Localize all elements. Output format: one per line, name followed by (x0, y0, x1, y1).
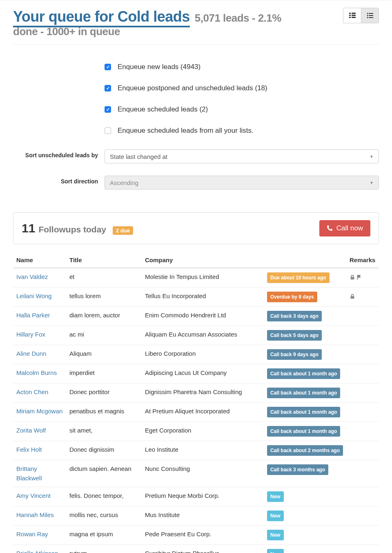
sort-direction-value: Ascending (110, 179, 138, 186)
lead-company: Nunc Consulting (142, 460, 264, 487)
lead-company: Adipiscing Lacus Ut Company (142, 364, 264, 384)
lead-name-link[interactable]: Brittany Blackwell (16, 465, 42, 482)
due-badge: 2 due (113, 226, 133, 235)
phone-icon (327, 225, 333, 232)
lead-name-link[interactable]: Rowan Ray (16, 531, 48, 537)
lead-company: Libero Corporation (142, 345, 264, 364)
lead-title: rutrum (66, 545, 142, 553)
svg-rect-4 (349, 17, 351, 18)
lead-name-link[interactable]: Malcolm Burns (16, 369, 57, 376)
checkbox-label: Enqueue postponed and unscheduled leads … (118, 84, 267, 92)
lead-name-link[interactable]: Zorita Wolf (16, 427, 46, 434)
lead-name-link[interactable]: Amy Vincent (16, 492, 51, 499)
table-row: Ivan ValdezetMolestie In Tempus LimitedD… (13, 268, 379, 288)
lead-title: mollis nec, cursus (66, 506, 142, 526)
sort-direction-label: Sort direction (13, 176, 105, 185)
view-grid-button[interactable] (343, 8, 361, 23)
lead-name-link[interactable]: Miriam Mcgowan (16, 408, 62, 415)
column-header (264, 252, 346, 268)
followups-count: 11 (22, 221, 35, 235)
column-header: Remarks (346, 252, 379, 268)
sort-direction-select[interactable]: Ascending ▼ (105, 176, 379, 190)
lead-title: dictum sapien. Aenean (66, 460, 142, 487)
table-row: Acton ChenDonec porttitorDignissim Phare… (13, 384, 379, 403)
status-badge: Call back about 2 months ago (267, 445, 343, 456)
status-badge: New (267, 549, 284, 553)
lead-company: At Pretium Aliquet Incorporated (142, 403, 264, 422)
lead-name-link[interactable]: Leilani Wong (16, 292, 51, 299)
lead-company: Pretium Neque Morbi Corp. (142, 487, 264, 506)
lead-name-link[interactable]: Brielle Atkinson (16, 550, 58, 553)
lead-company: Curabitur Dictum Phasellus (142, 545, 264, 553)
lead-name-link[interactable]: Halla Parker (16, 312, 50, 319)
checkbox-label: Enqueue scheduled leads (2) (118, 105, 208, 114)
status-badge: Call back about 1 month ago (267, 368, 340, 379)
status-badge: New (267, 511, 284, 521)
call-now-label: Call now (336, 224, 363, 232)
checkbox[interactable] (105, 85, 111, 91)
lead-title: Aliquam (66, 345, 142, 364)
followups-text: Followups today (38, 225, 106, 234)
lead-company: Molestie In Tempus Limited (142, 268, 264, 288)
checkbox-row: Enqueue scheduled leads from all your li… (105, 127, 379, 144)
svg-rect-5 (352, 17, 356, 18)
lead-name-link[interactable]: Hannah Miles (16, 511, 54, 518)
checkbox[interactable] (105, 127, 111, 134)
status-badge: New (267, 491, 284, 502)
checkbox[interactable] (105, 106, 111, 113)
svg-point-10 (367, 17, 368, 18)
lead-remarks (346, 506, 379, 526)
list-icon (367, 12, 373, 19)
chevron-down-icon: ▼ (370, 181, 374, 185)
lead-title: magna et ipsum (66, 526, 142, 545)
svg-rect-1 (352, 13, 356, 14)
lead-name-link[interactable]: Felix Holt (16, 446, 42, 453)
lead-name-link[interactable]: Aline Dunn (16, 350, 46, 357)
lead-remarks (346, 288, 379, 307)
table-row: Zorita Wolfsit amet,Eget CorporationCall… (13, 422, 379, 441)
view-list-button[interactable] (361, 8, 379, 23)
lead-company: Eget Corporation (142, 422, 264, 441)
lead-name-link[interactable]: Ivan Valdez (16, 273, 48, 280)
table-row: Felix HoltDonec dignissimLeo InstituteCa… (13, 441, 379, 460)
grid-icon (349, 12, 356, 19)
lead-company: Dignissim Pharetra Nam Consulting (142, 384, 264, 403)
page-title: Your queue for Cold leads (13, 8, 190, 27)
status-badge: Call back 9 days ago (267, 349, 322, 360)
lead-name-link[interactable]: Hillary Fox (16, 331, 45, 338)
status-badge: Call back 3 days ago (267, 311, 322, 321)
lead-remarks (346, 326, 379, 345)
table-row: Hannah Milesmollis nec, cursusMus Instit… (13, 506, 379, 526)
status-badge: New (267, 530, 284, 540)
call-now-button[interactable]: Call now (319, 220, 370, 236)
checkbox-label: Enqueue new leads (4943) (118, 63, 200, 71)
table-row: Hillary Foxac miAliquam Eu Accumsan Asso… (13, 326, 379, 345)
svg-rect-7 (369, 13, 373, 14)
svg-point-6 (367, 13, 368, 14)
lead-remarks (346, 364, 379, 384)
lead-remarks (346, 526, 379, 545)
status-badge: Due about 10 hours ago (267, 272, 330, 283)
sort-unscheduled-select[interactable]: State last changed at ▼ (105, 149, 379, 163)
lead-remarks (346, 345, 379, 364)
status-badge: Call back about 1 month ago (267, 426, 340, 437)
column-header: Name (13, 252, 66, 268)
status-badge: Call back about 1 month ago (267, 407, 340, 417)
table-row: Aline DunnAliquamLibero CorporationCall … (13, 345, 379, 364)
status-badge: Call back 3 months ago (267, 464, 328, 475)
table-row: Miriam Mcgowanpenatibus et magnisAt Pret… (13, 403, 379, 422)
lead-title: felis. Donec tempor, (66, 487, 142, 506)
lead-remarks (346, 441, 379, 460)
lead-title: imperdiet (66, 364, 142, 384)
svg-rect-0 (349, 13, 351, 14)
table-row: Halla Parkerdiam lorem, auctorEnim Commo… (13, 307, 379, 326)
table-row: Malcolm BurnsimperdietAdipiscing Lacus U… (13, 364, 379, 384)
lead-name-link[interactable]: Acton Chen (16, 388, 48, 395)
checkbox-label: Enqueue scheduled leads from all your li… (118, 127, 254, 135)
svg-rect-2 (349, 15, 351, 16)
flag-icon (356, 274, 362, 280)
table-row: Rowan Raymagna et ipsumPede Praesent Eu … (13, 526, 379, 545)
lead-company: Leo Institute (142, 441, 264, 460)
sort-unscheduled-value: State last changed at (110, 153, 167, 160)
checkbox[interactable] (105, 64, 111, 70)
